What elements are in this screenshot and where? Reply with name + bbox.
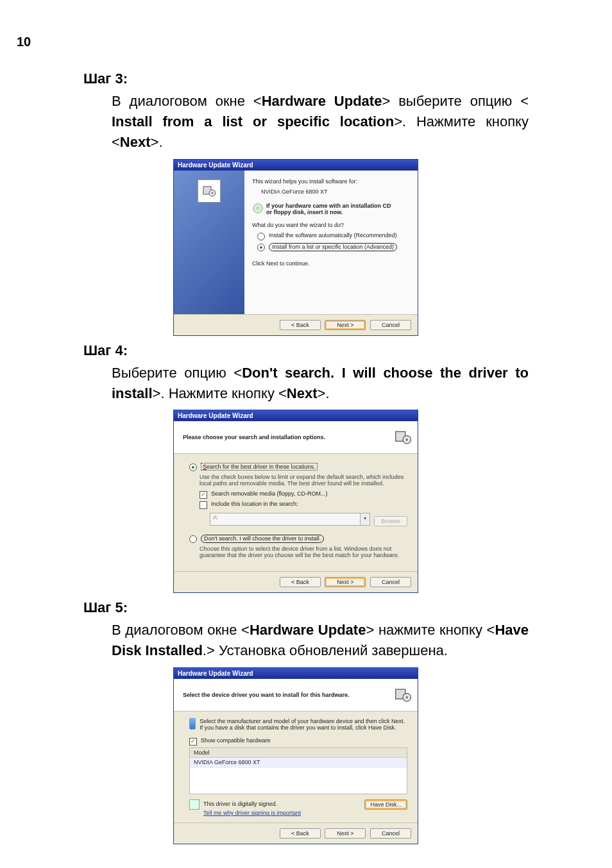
t: Выберите опцию < [112,365,242,381]
wizard1-main: This wizard helps you install software f… [244,171,418,314]
wiz2-chk2-label: Include this location in the search: [211,501,298,507]
cancel-button[interactable]: Cancel [370,320,411,330]
wiz1-device: NVIDIA GeForce 6800 XT [261,188,410,195]
t: Next [287,385,318,401]
wiz2-r2-sub: Choose this option to select the device … [200,546,407,558]
wiz1-r1-label: Install the software automatically (Reco… [269,232,397,238]
wiz1-radio-list[interactable]: Install from a list or specific location… [257,243,410,251]
wiz1-cd1: If your hardware came with an installati… [266,203,391,209]
wizard2-title: Hardware Update Wizard [174,410,418,421]
wizard1-sidebar [174,171,244,314]
svg-point-4 [257,207,259,210]
browse-button[interactable]: Browse [374,516,407,526]
next-button[interactable]: Next > [325,828,366,839]
signed-icon [189,799,200,810]
back-button[interactable]: < Back [280,577,321,587]
radio-dot [257,233,265,240]
t: В диалоговом окне < [112,622,250,638]
wiz3-signed: This driver is digitally signed. [203,801,277,808]
wiz2-path-combo[interactable]: A: ▾ [210,513,370,526]
checkbox: ✓ [189,738,197,746]
step4-heading: Шаг 4: [83,342,529,359]
wiz1-r2-label: Install from a list or specific location… [269,243,397,251]
wizard3-head-text: Select the device driver you want to ins… [183,692,350,698]
back-button[interactable]: < Back [280,828,321,839]
driver-signing-link[interactable]: Tell me why driver signing is important [203,810,301,816]
t: Hardware Update [250,622,366,638]
t: Hardware Update [262,93,382,109]
next-button[interactable]: Next > [325,320,366,330]
wizard2-head-text: Please choose your search and installati… [183,434,325,440]
list-header: Model [190,748,407,758]
checkbox [200,501,207,509]
svg-point-2 [212,192,214,194]
wiz1-l1: This wizard helps you install software f… [252,178,410,185]
wiz2-chk-removable[interactable]: ✓ Search removable media (floppy, CD-ROM… [200,490,407,499]
t: В диалоговом окне < [112,93,262,109]
wizard1-title: Hardware Update Wizard [174,160,418,171]
step5-heading: Шаг 5: [83,599,529,616]
svg-point-10 [405,696,408,699]
wiz1-radio-auto[interactable]: Install the software automatically (Reco… [257,232,410,240]
wiz3-chk-label: Show compatible hardware [201,737,271,744]
t: Install from a list or specific location [112,113,394,129]
chip-icon [189,718,196,730]
device-icon [393,685,412,705]
wizard3-head: Select the device driver you want to ins… [174,679,418,712]
checkbox: ✓ [200,491,207,499]
step3-body: В диалоговом окне <Hardware Update> выбе… [112,91,529,153]
wizard2: Hardware Update Wizard Please choose you… [173,410,418,593]
radio-dot [189,463,197,471]
wiz3-chk-compat[interactable]: ✓ Show compatible hardware [189,737,407,746]
svg-point-7 [405,438,408,441]
wizard1: Hardware Update Wizard This wizard helps… [173,159,418,336]
t: .> Установка обновлений завершена. [203,642,448,658]
have-disk-button[interactable]: Have Disk... [364,799,407,810]
cd-icon [252,203,264,214]
page-content: Шаг 3: В диалоговом окне <Hardware Updat… [0,0,612,868]
radio-dot [257,244,265,251]
t: > выберите опцию < [382,93,529,109]
t: > нажмите кнопку < [366,622,495,638]
wiz2-radio-dontsearch[interactable]: Don't search. I will choose the driver t… [189,535,407,543]
wiz2-r1-sub: Use the check boxes below to limit or ex… [200,474,407,487]
wizard1-buttons: < Back Next > Cancel [174,314,418,335]
t: >. [151,134,163,150]
step5-body: В диалоговом окне <Hardware Update> нажм… [112,620,529,661]
wizard3-body: Select the manufacturer and model of you… [174,712,418,822]
wizard2-body: SSearch for the best driver in these loc… [174,454,418,571]
wizard2-head: Please choose your search and installati… [174,421,418,454]
step3-heading: Шаг 3: [83,71,529,87]
wiz1-cd2: or floppy disk, insert it now. [266,209,391,215]
page-number: 10 [17,35,31,49]
wizard3-buttons: < Back Next > Cancel [174,822,418,844]
wizard3: Hardware Update Wizard Select the device… [173,667,418,844]
cancel-button[interactable]: Cancel [370,828,411,839]
step4-body: Выберите опцию <Don't search. I will cho… [112,363,529,404]
wiz2-radio-search[interactable]: SSearch for the best driver in these loc… [189,463,407,471]
radio-dot [189,535,197,543]
cancel-button[interactable]: Cancel [370,577,411,587]
next-button[interactable]: Next > [325,577,366,587]
back-button[interactable]: < Back [280,320,321,330]
device-icon [198,179,221,203]
t: >. [318,385,330,401]
wiz3-model-list[interactable]: Model NVIDIA GeForce 6800 XT [189,747,407,794]
wiz2-r2-label: Don't search. I will choose the driver t… [201,535,324,543]
t: >. Нажмите кнопку < [153,385,287,401]
chevron-down-icon[interactable]: ▾ [361,513,370,526]
combo-field[interactable]: A: [210,513,361,526]
wiz1-cont: Click Next to continue. [252,260,410,267]
wizard2-buttons: < Back Next > Cancel [174,571,418,592]
wiz3-info: Select the manufacturer and model of you… [200,718,407,731]
wiz2-chk-location[interactable]: Include this location in the search: [200,501,407,509]
list-item[interactable]: NVIDIA GeForce 6800 XT [190,758,407,768]
t: Next [120,134,151,150]
wiz2-chk1-label: Search removable media (floppy, CD-ROM..… [211,490,327,497]
wiz1-q: What do you want the wizard to do? [252,222,410,228]
wizard3-title: Hardware Update Wizard [174,668,418,679]
device-icon [393,428,412,447]
